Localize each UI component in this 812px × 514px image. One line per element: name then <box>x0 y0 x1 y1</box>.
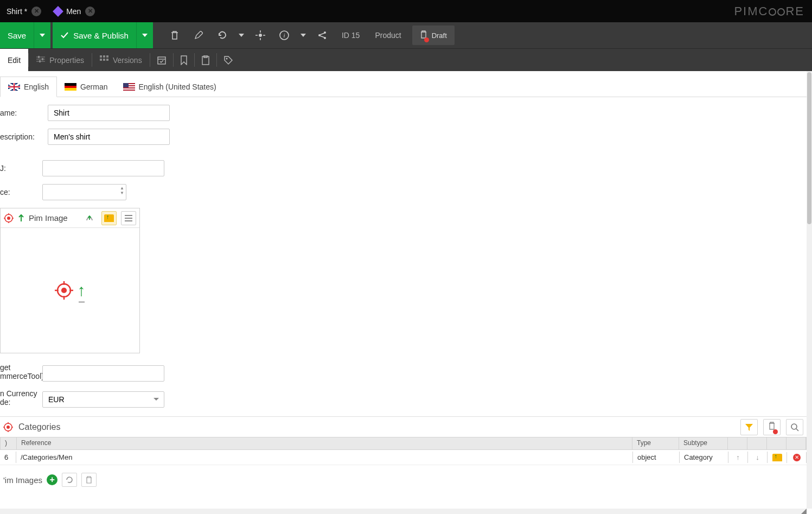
description-input[interactable] <box>48 129 170 145</box>
tab-versions[interactable]: Versions <box>92 49 150 71</box>
table-row[interactable]: 6 /Categories/Men object Category ↑ ↓ ✕ <box>0 450 807 465</box>
tab-label: Men <box>66 7 81 16</box>
refresh-button[interactable] <box>62 473 77 487</box>
document-tab-men[interactable]: Men ✕ <box>48 0 101 22</box>
pim-image-title: Pim Image <box>29 213 78 223</box>
svg-point-18 <box>226 58 227 59</box>
trash-icon <box>420 30 427 41</box>
label-description: escription: <box>0 132 48 141</box>
tab-schedule[interactable] <box>150 49 173 71</box>
target-button[interactable] <box>248 22 272 48</box>
info-dropdown[interactable] <box>296 22 310 48</box>
tab-bookmark[interactable] <box>174 49 194 71</box>
hamburger-icon <box>125 215 132 221</box>
spin-up[interactable]: ▲ <box>120 186 124 191</box>
svg-rect-14 <box>106 59 108 61</box>
label-sku: J: <box>0 164 42 173</box>
spin-down[interactable]: ▼ <box>120 191 124 195</box>
label-price: ce: <box>0 188 42 196</box>
name-input[interactable] <box>48 105 170 121</box>
save-button[interactable]: Save <box>0 22 34 48</box>
close-icon[interactable]: ✕ <box>31 7 41 16</box>
label-name: ame: <box>0 109 48 117</box>
trash-icon <box>86 476 92 484</box>
save-publish-dropdown[interactable] <box>136 22 153 48</box>
move-up-button[interactable]: ↑ <box>728 452 748 463</box>
flag-us-icon <box>123 83 135 91</box>
rename-button[interactable] <box>187 22 210 48</box>
object-id: ID 15 <box>334 22 367 48</box>
arrow-up-icon <box>18 214 24 223</box>
lang-tab-en[interactable]: English <box>0 77 57 97</box>
svg-rect-6 <box>38 56 40 58</box>
flag-uk-icon <box>8 83 20 91</box>
lang-tab-us[interactable]: English (United States) <box>116 77 224 97</box>
tab-label: Shirt * <box>7 7 27 16</box>
upload-button[interactable] <box>82 211 97 225</box>
svg-point-25 <box>791 424 797 429</box>
share-button[interactable] <box>310 22 334 48</box>
svg-text:i: i <box>283 32 285 39</box>
menu-button[interactable] <box>121 211 136 225</box>
remove-button[interactable]: ✕ <box>787 452 807 463</box>
image-dropzone[interactable]: ↑ <box>1 228 139 353</box>
svg-rect-9 <box>100 55 102 58</box>
brand-logo: PIMCRE <box>734 0 812 22</box>
svg-rect-13 <box>103 59 105 61</box>
tab-notes[interactable] <box>195 49 216 71</box>
info-button[interactable]: i <box>272 22 296 48</box>
refresh-icon <box>66 476 73 484</box>
tab-edit[interactable]: Edit <box>0 49 28 71</box>
tab-tags[interactable] <box>217 49 240 71</box>
move-down-button[interactable]: ↓ <box>748 452 768 463</box>
svg-rect-10 <box>103 55 105 58</box>
pim-images-title: 'im Images <box>3 475 42 485</box>
horizontal-scrollbar[interactable] <box>0 509 807 514</box>
bookmark-icon <box>180 55 188 65</box>
arrow-up-icon: ↑ <box>78 281 86 300</box>
svg-point-19 <box>7 217 10 220</box>
categories-table-header: ) Reference Type Subtype <box>0 437 807 450</box>
pim-image-panel: Pim Image ↑ <box>0 208 140 353</box>
search-icon <box>790 423 799 431</box>
vertical-scrollbar[interactable] <box>807 71 812 509</box>
calendar-check-icon <box>157 55 167 65</box>
sku-input[interactable] <box>42 160 164 176</box>
close-icon: ✕ <box>793 454 801 461</box>
delete-all-button[interactable] <box>81 473 97 487</box>
document-tab-shirt[interactable]: Shirt * ✕ <box>0 0 48 22</box>
reload-button[interactable] <box>210 22 234 48</box>
tab-properties[interactable]: Properties <box>29 49 92 71</box>
object-type: Product <box>367 22 408 48</box>
target-input[interactable] <box>42 365 164 382</box>
clear-button[interactable] <box>763 419 781 435</box>
save-dropdown[interactable] <box>34 22 50 48</box>
reload-dropdown[interactable] <box>234 22 248 48</box>
search-button[interactable] <box>786 419 803 435</box>
close-icon[interactable]: ✕ <box>85 7 95 16</box>
svg-point-0 <box>259 34 262 37</box>
svg-rect-12 <box>100 59 102 61</box>
label-target: getmmerceTool) <box>0 363 42 380</box>
svg-point-23 <box>7 426 10 429</box>
flag-de-icon <box>65 83 76 91</box>
clipboard-icon <box>201 55 210 65</box>
status-draft[interactable]: Draft <box>412 26 455 45</box>
svg-rect-11 <box>106 55 108 58</box>
price-input[interactable] <box>42 184 126 200</box>
save-publish-button[interactable]: Save & Publish <box>53 22 136 48</box>
sliders-icon <box>36 55 45 65</box>
open-folder-button[interactable] <box>101 211 117 225</box>
lang-tab-de[interactable]: German <box>57 77 116 97</box>
svg-rect-7 <box>42 58 43 60</box>
folder-icon <box>772 454 782 461</box>
filter-button[interactable] <box>740 419 758 435</box>
add-button[interactable]: + <box>47 474 57 485</box>
currency-select[interactable] <box>42 391 164 408</box>
versions-icon <box>100 55 108 65</box>
open-button[interactable] <box>768 452 787 463</box>
folder-icon <box>104 214 114 222</box>
delete-button[interactable] <box>163 22 187 48</box>
target-icon <box>4 213 14 223</box>
object-icon <box>53 6 63 17</box>
